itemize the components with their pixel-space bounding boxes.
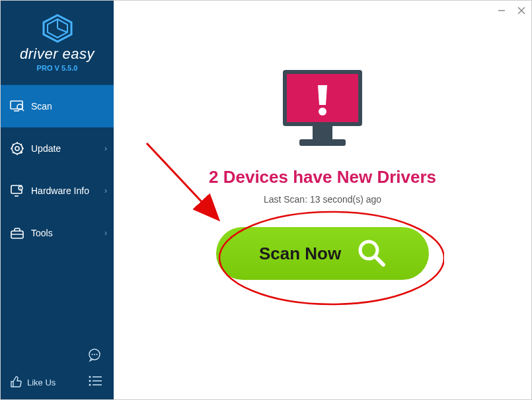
sidebar-nav: Scan Update › [1,85,114,343]
chevron-right-icon: › [104,186,107,195]
hardware-icon: i [9,184,26,197]
svg-point-25 [92,354,93,355]
toolbox-icon [9,226,26,240]
sidebar-footer: Like Us [1,343,114,399]
scan-now-button[interactable]: Scan Now [216,227,429,280]
headline-text: 2 Devices have New Drivers [209,167,436,187]
svg-point-26 [94,354,95,355]
alert-monitor-icon [273,67,372,152]
svg-rect-40 [313,126,332,139]
svg-line-16 [13,152,14,154]
brand-version: PRO V 5.5.0 [37,64,78,72]
sidebar-item-scan[interactable]: Scan [1,85,114,127]
main-panel: 2 Devices have New Drivers Last Scan: 13… [114,1,531,399]
sidebar-item-label: Hardware Info [31,185,89,196]
svg-rect-41 [299,139,346,146]
menu-icon[interactable] [89,376,102,389]
brand-name: driver easy [20,46,95,63]
like-us-button[interactable]: Like Us [9,376,56,389]
svg-point-9 [15,147,19,150]
sidebar-item-label: Tools [31,228,53,238]
svg-point-39 [319,108,326,116]
sidebar-item-label: Update [31,143,61,154]
svg-line-7 [22,109,24,111]
feedback-icon[interactable] [87,348,102,365]
svg-point-28 [89,376,91,378]
last-scan-text: Last Scan: 13 second(s) ago [264,194,381,205]
svg-line-43 [375,257,383,265]
svg-line-14 [13,144,14,145]
content-area: 2 Devices have New Drivers Last Scan: 13… [114,40,531,280]
scan-now-label: Scan Now [259,244,341,264]
gear-download-icon [9,141,26,156]
window-controls [494,3,529,18]
svg-point-30 [89,380,91,382]
chevron-right-icon: › [104,228,107,238]
scan-icon [9,100,26,112]
like-us-label: Like Us [27,378,56,387]
svg-line-3 [57,28,67,32]
svg-point-32 [89,384,91,386]
sidebar: driver easy PRO V 5.5.0 Scan [1,1,114,399]
magnify-icon [356,237,386,270]
sidebar-item-update[interactable]: Update › [1,127,114,170]
sidebar-item-label: Scan [31,101,52,112]
svg-line-17 [21,144,22,145]
close-button[interactable] [514,3,529,18]
sidebar-item-hardware[interactable]: i Hardware Info › [1,170,114,212]
thumbs-up-icon [9,376,23,389]
minimize-button[interactable] [494,3,509,18]
brand-block: driver easy PRO V 5.5.0 [1,1,114,85]
svg-point-27 [96,354,98,355]
brand-logo-icon [41,14,74,43]
chevron-right-icon: › [104,144,107,153]
sidebar-item-tools[interactable]: Tools › [1,212,114,254]
